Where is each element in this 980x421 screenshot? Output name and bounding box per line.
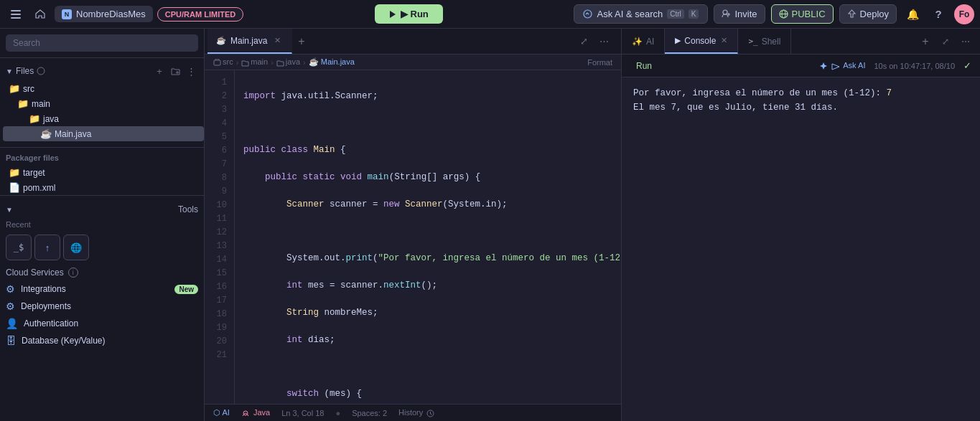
code-content[interactable]: import java.util.Scanner; public class M… [235, 70, 621, 404]
code-line: String nombreMes; [243, 306, 612, 320]
tree-item-target[interactable]: 📁 target [3, 165, 204, 180]
files-info-icon [37, 67, 45, 75]
sidebar-toggle-button[interactable] [6, 4, 26, 24]
console-run-button[interactable]: Run [630, 59, 658, 73]
notifications-button[interactable]: 🔔 [902, 4, 923, 24]
project-name[interactable]: N src NombreDiasMes [55, 6, 153, 22]
file-tree: 📁 src 📁 main 📁 java ☕ Main.java [0, 81, 204, 141]
spaces-indicator: Spaces: 2 [352, 409, 387, 417]
history-button[interactable]: History [398, 408, 434, 417]
panel-more-button[interactable]: ⋯ [957, 33, 974, 50]
project-name-label: NombreDiasMes [76, 9, 146, 19]
invite-button[interactable]: Invite [714, 4, 765, 24]
tab-main-java[interactable]: ☕ Main.java ✕ [207, 29, 292, 54]
xml-file-icon: 📄 [9, 182, 20, 193]
svg-point-8 [37, 67, 45, 75]
code-line: switch (mes) { [243, 387, 612, 401]
service-integrations[interactable]: ⚙ Integrations New [6, 280, 198, 298]
tree-item-main[interactable]: 📁 main [3, 96, 204, 111]
tree-label: Main.java [55, 129, 91, 139]
service-deployments[interactable]: ⚙ Deployments [6, 298, 198, 315]
cpu-ram-badge[interactable]: CPU/RAM LIMITED [157, 7, 243, 22]
breadcrumb-java[interactable]: java [276, 57, 300, 67]
tree-label: java [43, 114, 59, 124]
ai-status-button[interactable]: ⬡ AI [213, 408, 230, 417]
language-indicator[interactable]: Java [241, 408, 270, 417]
tab-shell[interactable]: >_ Shell [738, 29, 791, 54]
svg-rect-2 [11, 17, 21, 19]
code-line: int mes = scanner.nextInt(); [243, 279, 612, 293]
new-folder-button[interactable] [168, 64, 182, 78]
editor-more-button[interactable]: ⋯ [595, 33, 612, 50]
tree-divider [0, 147, 204, 148]
new-tab-button[interactable]: + [292, 35, 310, 48]
run-button[interactable]: ▶ Run [375, 4, 443, 24]
expand-panel-button[interactable]: ⤢ [937, 33, 954, 50]
packager-label: Packager files [0, 151, 204, 165]
tab-close-button[interactable]: ✕ [271, 35, 283, 47]
tab-ai[interactable]: ✨ AI [622, 29, 665, 54]
svg-point-4 [723, 10, 727, 14]
ask-ai-label: Ask AI & search [597, 9, 663, 19]
files-more-button[interactable]: ⋮ [184, 64, 198, 78]
help-button[interactable]: ? [928, 4, 948, 24]
console-ask-ai[interactable]: Ask AI [819, 61, 866, 70]
console-timestamp: 10s on 10:47:17, 08/10 [874, 62, 955, 70]
breadcrumb-file[interactable]: ☕ Main.java [309, 57, 355, 67]
shell-tab-label: Shell [762, 37, 781, 47]
tab-console[interactable]: ▶ Console ✕ [665, 29, 738, 54]
svg-point-3 [584, 10, 592, 18]
new-badge: New [174, 285, 198, 294]
shortcut-k: K [689, 9, 699, 19]
code-line: public class Main { [243, 143, 612, 157]
recent-web-icon[interactable]: 🌐 [63, 235, 89, 260]
code-editor[interactable]: 12345 678910 1112131415 1617181920 21 im… [205, 70, 621, 404]
topbar-right: Ask AI & search Ctrl K Invite PUBLIC [574, 4, 974, 24]
format-button[interactable]: Format [587, 58, 612, 67]
tree-item-pom[interactable]: 📄 pom.xml [3, 180, 204, 195]
breadcrumb-src[interactable]: src [213, 57, 233, 67]
authentication-icon: 👤 [6, 318, 18, 329]
console-tab-icon: ▶ [675, 36, 681, 45]
files-collapse[interactable]: ▼ Files [6, 66, 45, 76]
editor-statusbar: ⬡ AI Java Ln 3, Col 18 ● Spaces: 2 Histo… [205, 404, 621, 421]
packager-tree: 📁 target 📄 pom.xml [0, 165, 204, 195]
avatar[interactable]: Fo [954, 4, 974, 24]
folder-icon: 📁 [9, 167, 20, 178]
home-button[interactable] [30, 4, 50, 24]
tree-item-java[interactable]: 📁 java [3, 111, 204, 126]
topbar-center: ▶ Run [248, 4, 569, 24]
public-button[interactable]: PUBLIC [771, 4, 834, 24]
tools-collapse[interactable]: ▼ Tools [6, 202, 198, 217]
tree-item-main-java[interactable]: ☕ Main.java [3, 126, 204, 141]
cloud-services-info-icon[interactable]: i [68, 268, 78, 278]
service-authentication[interactable]: 👤 Authentication [6, 315, 198, 332]
expand-editor-button[interactable]: ⤢ [575, 33, 592, 50]
editor-area: ☕ Main.java ✕ + ⤢ ⋯ src › [205, 29, 621, 421]
files-section-header: ▼ Files + ⋮ [0, 61, 204, 81]
tree-item-src[interactable]: 📁 src [3, 81, 204, 96]
service-database[interactable]: 🗄 Database (Key/Value) [6, 332, 198, 349]
breadcrumb-main[interactable]: main [241, 57, 268, 67]
tree-label: pom.xml [23, 183, 55, 193]
console-close-button[interactable]: ✕ [721, 36, 727, 45]
recent-deploy-icon[interactable]: ↑ [34, 235, 60, 260]
new-file-button[interactable]: + [152, 64, 167, 78]
folder-icon: 📁 [29, 113, 40, 124]
code-line: int dias; [243, 334, 612, 347]
ask-ai-button[interactable]: Ask AI & search Ctrl K [574, 4, 708, 24]
search-input[interactable] [6, 34, 198, 52]
cursor-position: Ln 3, Col 18 [281, 409, 324, 417]
console-output: Por favor, ingresa el número de un mes (… [622, 77, 980, 421]
files-section: ▼ Files + ⋮ [0, 58, 204, 144]
cloud-services-header: Cloud Services i [6, 263, 198, 280]
code-line: Scanner scanner = new Scanner(System.in)… [243, 198, 612, 212]
deploy-button[interactable]: Deploy [839, 4, 897, 24]
add-tab-button[interactable]: + [917, 33, 934, 50]
recent-terminal-icon[interactable]: _$ [6, 235, 32, 260]
files-label: Files [16, 66, 34, 76]
service-label: Deployments [21, 301, 71, 311]
run-label: ▶ Run [401, 9, 429, 19]
console-check-icon: ✓ [963, 60, 971, 71]
tree-label: src [23, 84, 34, 94]
